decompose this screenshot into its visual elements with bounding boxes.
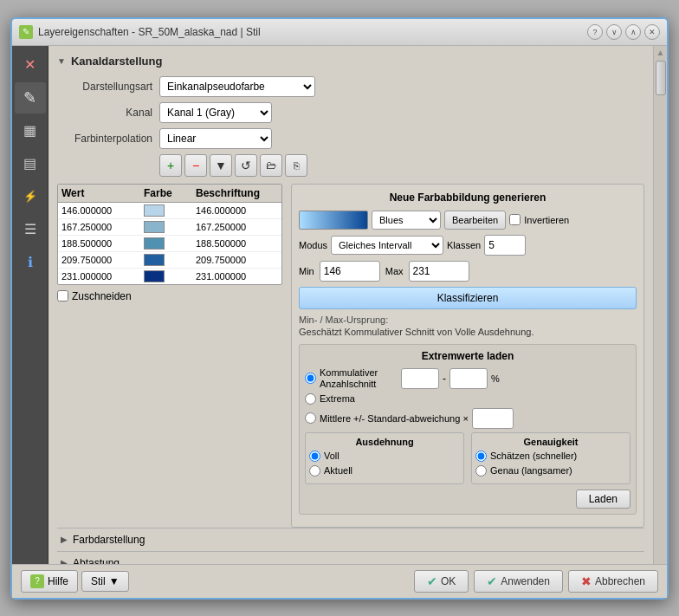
color-swatch[interactable] — [144, 254, 165, 266]
klassen-label: Klassen — [447, 240, 481, 250]
table-row[interactable]: 188.500000 188.500000 — [58, 236, 281, 252]
help-button[interactable]: ? — [587, 24, 603, 40]
sidebar-item-layers[interactable]: ▦ — [15, 115, 46, 146]
arrow-down-button[interactable]: ▼ — [210, 154, 232, 177]
modus-select[interactable]: Gleiches Intervall Quantil — [331, 236, 443, 255]
color-swatch[interactable] — [144, 237, 165, 250]
mittlere-val-input[interactable] — [472, 408, 514, 429]
table-row[interactable]: 231.000000 231.000000 — [58, 269, 281, 284]
sidebar-item-table[interactable]: ▤ — [15, 148, 46, 179]
bearbeiten-button[interactable]: Bearbeiten — [444, 211, 506, 230]
kanal-row: Kanal Kanal 1 (Gray) — [57, 102, 644, 123]
row2-farbe — [144, 221, 196, 233]
sidebar-item-menu[interactable]: ☰ — [15, 214, 46, 245]
scrollbar-thumb[interactable] — [656, 61, 666, 95]
table-row[interactable]: 167.250000 167.250000 — [58, 219, 281, 236]
sidebar-item-info[interactable]: ℹ — [15, 247, 46, 278]
invertieren-label: Invertieren — [524, 215, 569, 225]
klassifizieren-button[interactable]: Klassifizieren — [299, 287, 637, 309]
minimize-button[interactable]: ∨ — [606, 24, 622, 40]
modus-label: Modus — [299, 240, 327, 250]
radio-kommulativer[interactable] — [305, 373, 316, 384]
zuschneiden-checkbox[interactable] — [57, 290, 68, 302]
laden-row: Laden — [305, 490, 630, 509]
collapse-triangle[interactable]: ▼ — [57, 56, 66, 66]
anwenden-button[interactable]: ✔ Anwenden — [474, 570, 563, 593]
farbdarstellung-section[interactable]: ▶ Farbdarstellung — [57, 528, 644, 551]
stil-dropdown[interactable]: Stil ▼ — [81, 571, 129, 592]
invertieren-checkbox[interactable] — [509, 214, 521, 225]
window-icon: ✎ — [19, 25, 33, 39]
remove-button[interactable]: − — [184, 154, 207, 177]
row4-wert: 209.750000 — [61, 255, 144, 265]
farbinterpolation-row: Farbinterpolation Linear Diskret Exakt — [57, 128, 644, 149]
kanal-select[interactable]: Kanal 1 (Gray) — [159, 102, 272, 123]
ok-button[interactable]: ✔ OK — [414, 570, 469, 593]
min-input[interactable] — [320, 261, 380, 282]
color-swatch[interactable] — [144, 270, 165, 282]
copy-button[interactable]: ⎘ — [285, 154, 307, 177]
abtastung-section[interactable]: ▶ Abtastung — [57, 551, 644, 564]
radio-genau[interactable] — [475, 465, 487, 477]
row5-wert: 231.000000 — [61, 271, 144, 282]
close-button[interactable]: ✕ — [644, 24, 660, 40]
color-bar — [299, 211, 368, 230]
radio-mittlere-row: Mittlere +/- Standard-abweichung × — [305, 408, 630, 429]
radio-kommulativer-row: Kommulativer Anzahlschnitt - % — [305, 367, 630, 390]
col-farbe-header: Farbe — [144, 187, 196, 199]
row2-beschr: 167.250000 — [196, 222, 278, 232]
radio-schaetzen[interactable] — [475, 451, 487, 462]
help-icon: ? — [30, 574, 44, 588]
color-scheme-select[interactable]: Blues Reds Greens — [372, 211, 441, 230]
radio-aktuell[interactable] — [309, 465, 320, 477]
radio-mittlere[interactable] — [305, 412, 316, 424]
zuschneiden-row: Zuschneiden — [57, 290, 282, 302]
color-scheme-row: Blues Reds Greens Bearbeiten Invertieren — [299, 211, 637, 230]
refresh-button[interactable]: ↺ — [235, 154, 257, 177]
scrollbar[interactable]: ▲ — [653, 46, 667, 564]
table-row[interactable]: 146.000000 146.000000 — [58, 203, 281, 219]
scrollable-content: ▼ Kanaldarstellung Darstellungsart Einka… — [48, 46, 653, 564]
abbrechen-cross-icon: ✖ — [581, 574, 592, 588]
row2-wert: 167.250000 — [61, 222, 144, 232]
sidebar-item-lightning[interactable]: ⚡ — [15, 181, 46, 212]
right-panel-title: Neue Farbabbildung generieren — [299, 191, 637, 204]
titlebar-buttons: ? ∨ ∧ ✕ — [587, 24, 660, 40]
genauigkeit-title: Genauigkeit — [475, 437, 626, 447]
maximize-button[interactable]: ∧ — [625, 24, 641, 40]
darstellungsart-select[interactable]: Einkanalpseudofarbe — [159, 76, 315, 97]
farbinterpolation-label: Farbinterpolation — [57, 133, 152, 145]
chevron-down-icon: ▼ — [109, 575, 120, 587]
titlebar: ✎ Layereigenschaften - SR_50M_alaska_nad… — [12, 19, 667, 46]
min-max-row: Min Max — [299, 261, 637, 282]
add-button[interactable]: + — [159, 154, 182, 177]
abbrechen-button[interactable]: ✖ Abbrechen — [568, 570, 658, 593]
help-button[interactable]: ? Hilfe — [21, 570, 78, 593]
radio-extrema[interactable] — [305, 393, 316, 405]
sidebar-item-close[interactable]: ✕ — [15, 49, 46, 81]
color-swatch[interactable] — [144, 221, 165, 233]
abbrechen-label: Abbrechen — [595, 575, 645, 587]
kommulativer-val1-input[interactable] — [401, 368, 439, 389]
farbinterpolation-select[interactable]: Linear Diskret Exakt — [159, 128, 272, 149]
farbdarstellung-label: Farbdarstellung — [73, 534, 145, 546]
folder-button[interactable]: 🗁 — [260, 154, 282, 177]
klassen-input[interactable] — [484, 235, 526, 256]
genauigkeit-genau-row: Genau (langsamer) — [475, 465, 626, 477]
source-label: Min- / Max-Ursprung: — [299, 314, 637, 325]
table-row[interactable]: 209.750000 209.750000 — [58, 252, 281, 269]
max-input[interactable] — [409, 261, 469, 282]
darstellungsart-row: Darstellungsart Einkanalpseudofarbe — [57, 76, 644, 97]
laden-button[interactable]: Laden — [576, 490, 630, 509]
row4-farbe — [144, 254, 196, 266]
toolbar-row: + − ▼ ↺ 🗁 ⎘ — [159, 154, 644, 177]
sidebar-item-edit[interactable]: ✎ — [15, 82, 46, 113]
ausdehnung-box: Ausdehnung Voll Aktuell — [305, 432, 464, 484]
two-column: Wert Farbe Beschriftung 146.000000 — [57, 184, 644, 528]
kommulativer-val2-input[interactable] — [449, 368, 488, 389]
extremwerte-section: Extremwerte laden Kommulativer Anzahlsch… — [299, 344, 637, 515]
min-label: Min — [299, 266, 314, 276]
color-swatch[interactable] — [144, 204, 165, 217]
anwenden-label: Anwenden — [501, 575, 550, 587]
radio-voll[interactable] — [309, 451, 320, 462]
